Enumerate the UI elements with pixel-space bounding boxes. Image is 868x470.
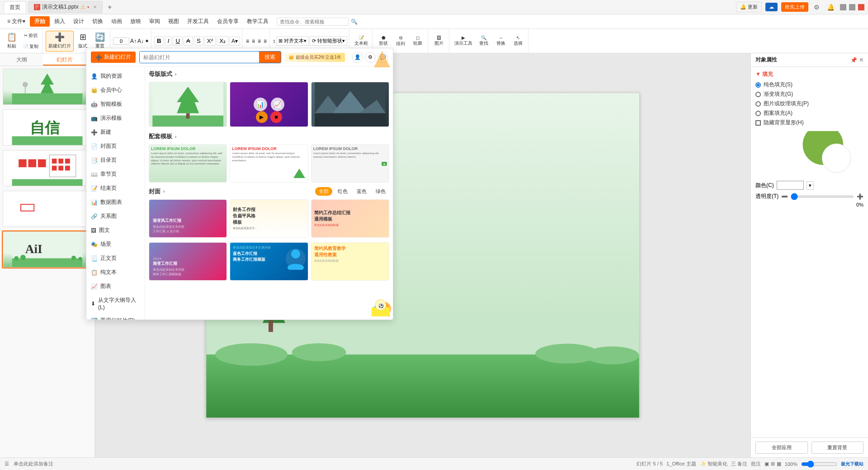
popup-search-btn[interactable]: 搜索: [259, 52, 281, 63]
fill-section-title[interactable]: ▼ 填充: [755, 70, 863, 78]
cover-template-flat[interactable]: 财务工作报告扁平风格模板 单击此处添加文字...: [230, 199, 308, 238]
radio-solid[interactable]: [755, 82, 761, 88]
notification-icon[interactable]: 🔔: [825, 4, 836, 11]
radio-picture[interactable]: [755, 101, 761, 107]
slide-item-2[interactable]: 2 自信: [2, 108, 93, 146]
apply-all-btn[interactable]: 全部应用: [755, 442, 808, 454]
tab-slides[interactable]: 幻灯片: [43, 53, 86, 66]
opacity-increase-btn[interactable]: ➕: [857, 193, 863, 200]
strikethrough-btn[interactable]: A: [184, 36, 193, 46]
vip-banner[interactable]: 👑 超级会员买2年立送1年: [285, 53, 345, 62]
slide-item-4[interactable]: 4: [2, 190, 93, 228]
align-right-icon[interactable]: ≡: [257, 37, 262, 45]
reset-bg-btn[interactable]: 重置背景: [811, 442, 864, 454]
checkbox-hide-bg[interactable]: [755, 120, 761, 126]
master-arrow-icon[interactable]: ›: [175, 72, 176, 77]
menu-presentation-template[interactable]: 📺 演示模板: [86, 111, 145, 125]
line-spacing-icon[interactable]: ↕: [273, 38, 275, 44]
config-template-3[interactable]: LOREM IPSUM DOLOR Lorem ipsum dolor sit …: [311, 144, 389, 183]
menu-slideshow[interactable]: 放映: [127, 16, 145, 27]
font-down-icon[interactable]: A↓: [137, 38, 144, 44]
cover-template-blue[interactable]: 单击此处添加文本主体内容 蓝色工作汇报商务工作汇报模版: [230, 242, 308, 281]
popup-search-input[interactable]: [140, 52, 259, 63]
replace-btn[interactable]: ↔ 替换: [493, 31, 509, 52]
select-btn[interactable]: ↖ 选择: [510, 31, 526, 52]
menu-reuse-slides[interactable]: 🔄 重用幻灯片(R): [86, 314, 145, 320]
italic-btn[interactable]: I: [165, 36, 172, 46]
align-left-icon[interactable]: ≡: [245, 37, 250, 45]
menu-data-chart[interactable]: 📊 数据图表: [86, 195, 145, 209]
comment-btn[interactable]: 三 备注: [731, 461, 747, 467]
menu-member[interactable]: 会员专享: [213, 16, 242, 27]
menu-start-btn[interactable]: 开始: [30, 16, 50, 27]
file-tab[interactable]: 🅿 演示文稿1.pptx ⚠ ● ✕: [28, 1, 103, 13]
menu-view[interactable]: 视图: [165, 16, 183, 27]
cover-template-simple[interactable]: 简约工作总结汇报通用模板 单击此处添加副标题: [311, 199, 389, 238]
view-reading-btn[interactable]: ▦: [777, 461, 781, 467]
menu-toc-page[interactable]: 📑 目录页: [86, 153, 145, 167]
view-slide-sorter-btn[interactable]: ⊞: [771, 461, 775, 467]
review-btn[interactable]: 批注: [751, 461, 761, 467]
filter-green-btn[interactable]: 绿色: [372, 187, 389, 196]
cloud-btn[interactable]: ☁: [765, 3, 778, 11]
menu-teaching[interactable]: 教学工具: [243, 16, 272, 27]
filter-all-btn[interactable]: 全部: [315, 187, 332, 196]
menu-animation[interactable]: 动画: [108, 16, 126, 27]
picture-btn[interactable]: 🖼 图片: [431, 31, 447, 52]
menu-member-center[interactable]: 👑 会员中心: [86, 83, 145, 97]
close-panel-btn[interactable]: ✕: [859, 57, 863, 63]
cover-arrow-icon[interactable]: ›: [163, 189, 165, 194]
menu-file[interactable]: ≡ 文件▾: [4, 16, 29, 27]
smart-beauty-btn[interactable]: ✨ 智能美化: [700, 461, 727, 467]
underline-btn[interactable]: U: [173, 36, 183, 46]
zoom-slider[interactable]: [801, 461, 837, 468]
menu-scene[interactable]: 🎭 场景: [86, 237, 145, 251]
maximize-btn[interactable]: [849, 4, 855, 10]
paste-btn[interactable]: 📋 粘贴: [4, 31, 20, 52]
cover-template-gradient2[interactable]: 20XX 渐变工作汇报 单击此处添加文本内容商务工作汇报模板版: [149, 242, 227, 281]
tab-outline[interactable]: 大纲: [0, 53, 43, 66]
slide-item-1[interactable]: 1: [2, 68, 93, 106]
filter-red-btn[interactable]: 红色: [334, 187, 351, 196]
subscript-btn[interactable]: X₂: [217, 36, 228, 46]
config-arrow-icon[interactable]: ›: [175, 134, 176, 139]
menu-image-text[interactable]: 🖼 图文: [86, 223, 145, 237]
bold-btn[interactable]: B: [154, 36, 164, 46]
color-picker-btn[interactable]: [777, 181, 804, 190]
menu-new[interactable]: ➕ 新建: [86, 125, 145, 139]
radio-pattern[interactable]: [755, 111, 761, 116]
text-color-btn[interactable]: A▾: [229, 37, 240, 46]
superscript-btn[interactable]: X²: [204, 36, 216, 46]
menu-plain-text[interactable]: 📋 纯文本: [86, 265, 145, 279]
shadow-btn[interactable]: S: [194, 36, 203, 46]
align-center-icon[interactable]: ≡: [251, 37, 256, 45]
opacity-slider[interactable]: [791, 196, 854, 197]
filter-blue-btn[interactable]: 蓝色: [353, 187, 370, 196]
config-template-1[interactable]: LOREM IPSUM DOLOR Lorem ipsum dolor sit …: [149, 144, 227, 183]
template-purple-forest[interactable]: 📊 📈 ▶ ■: [230, 82, 308, 127]
radio-gradient[interactable]: [755, 92, 761, 97]
menu-body-page[interactable]: 📃 正文页: [86, 251, 145, 265]
cut-btn[interactable]: ✂ 剪切: [21, 31, 41, 41]
find-btn[interactable]: 🔍 查找: [476, 31, 492, 52]
copy-btn[interactable]: 📄 复制: [21, 42, 41, 52]
menu-insert[interactable]: 插入: [51, 16, 69, 27]
menu-review[interactable]: 审阅: [146, 16, 164, 27]
menu-table[interactable]: 📈 图表: [86, 279, 145, 293]
outline-btn[interactable]: ◻ 轮廓: [410, 31, 426, 52]
animation-tool-btn[interactable]: ▶ 演示工具: [452, 31, 475, 52]
menu-end-page[interactable]: 📝 结束页: [86, 181, 145, 195]
upload-btn[interactable]: 抢先上传: [781, 2, 808, 12]
view-normal-btn[interactable]: ▣: [764, 461, 769, 467]
slide-item-3[interactable]: 3: [2, 149, 93, 187]
align-obj-btn[interactable]: ⊞ 对齐文本▾: [276, 36, 309, 46]
opacity-decrease-btn[interactable]: ➖: [781, 193, 788, 200]
add-tab-btn[interactable]: +: [104, 2, 115, 13]
menubar-search-input[interactable]: [277, 18, 349, 26]
clear-format-icon[interactable]: ✦: [145, 38, 149, 44]
align-justify-icon[interactable]: ≡: [263, 37, 268, 45]
tab-close-btn[interactable]: ✕: [93, 5, 97, 9]
settings-icon[interactable]: ⚙: [812, 4, 821, 11]
home-tab[interactable]: 首页: [4, 1, 26, 13]
menu-my-resources[interactable]: 👤 我的资源: [86, 69, 145, 83]
